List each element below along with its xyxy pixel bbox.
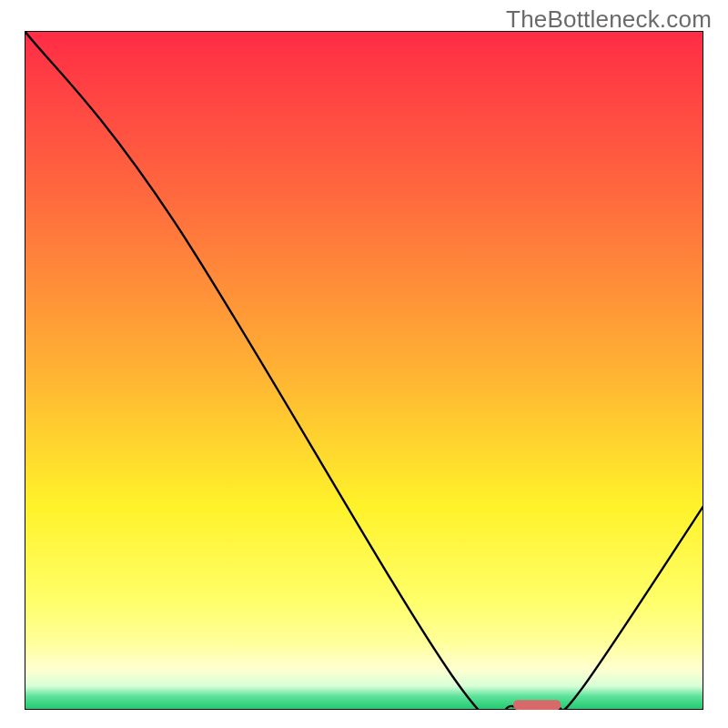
gradient-background [25, 31, 703, 710]
chart-container: TheBottleneck.com [0, 0, 728, 728]
watermark-text: TheBottleneck.com [506, 5, 712, 34]
chart-svg [25, 31, 703, 710]
optimal-marker [513, 700, 561, 710]
plot-area [25, 31, 703, 710]
